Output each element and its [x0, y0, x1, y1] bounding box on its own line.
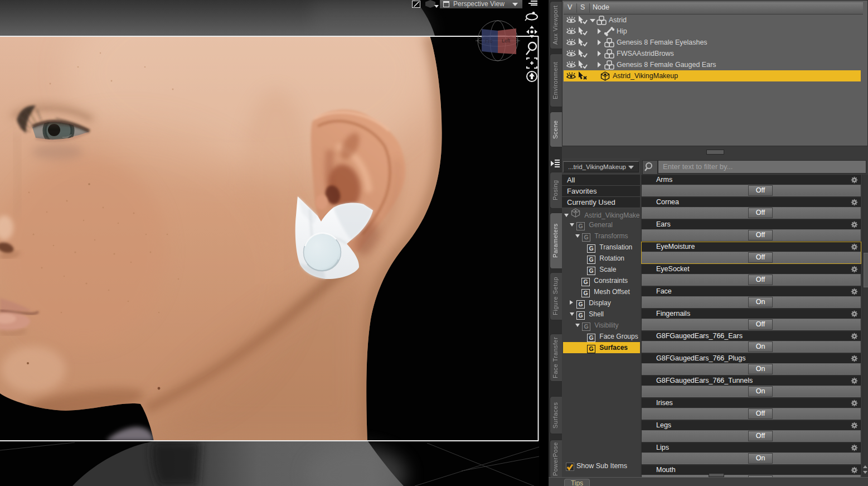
svg-text:Left: Left	[502, 38, 511, 44]
svg-text:Fro: Fro	[485, 39, 493, 44]
